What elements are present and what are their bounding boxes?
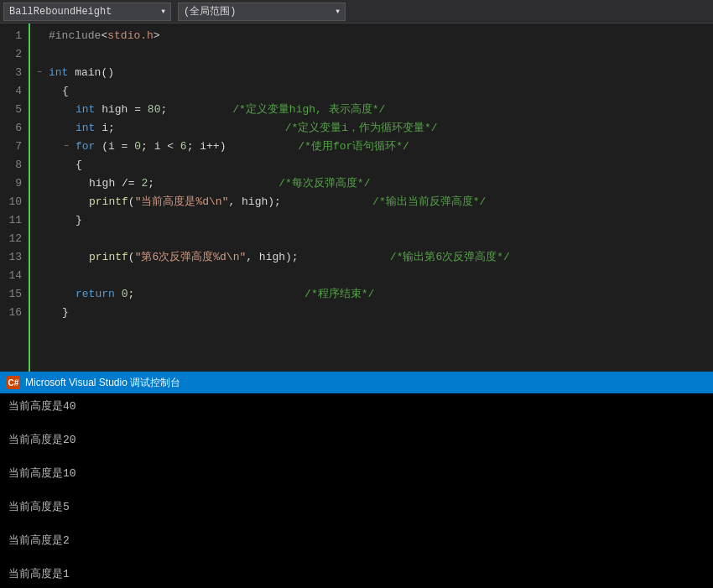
code-token-num: 2 (141, 174, 148, 193)
code-line: } (37, 304, 713, 322)
code-token-plain: ( (128, 193, 135, 211)
code-token-comment: /*定义变量i，作为循环变量*/ (115, 119, 438, 138)
code-token-plain: high /= (89, 174, 141, 193)
code-token-num: 0 (122, 285, 128, 304)
line-number: 6 (3, 119, 22, 138)
line-number: 8 (3, 156, 22, 174)
code-token-comment: /*程序结束*/ (134, 285, 374, 304)
code-line: −for (i = 0; i < 6; i++) /*使用for语句循环*/ (37, 138, 713, 156)
line-number: 7 (3, 138, 22, 156)
code-token-plain: main() (68, 64, 114, 82)
code-token-comment: /*定义变量high, 表示高度*/ (167, 101, 385, 119)
code-token-kw: return (75, 285, 115, 304)
code-token-num: 6 (180, 138, 187, 156)
console-line: 当前高度是5 (8, 499, 705, 516)
code-token-kw: int (49, 64, 68, 82)
code-token-comment: /*输出当前反弹高度*/ (281, 193, 486, 211)
code-token-plain: , high); (228, 193, 280, 211)
code-line: high /= 2; /*每次反弹高度*/ (37, 174, 713, 193)
code-line: return 0; /*程序结束*/ (37, 285, 713, 304)
line-number: 13 (3, 248, 22, 267)
code-line: { (37, 156, 713, 174)
code-token-plain: ; (160, 101, 167, 119)
code-token-plain: , high); (246, 248, 298, 267)
editor-area: 12345678910111213141516 #include<stdio.h… (0, 23, 713, 372)
code-line: { (37, 82, 713, 101)
line-number: 10 (3, 193, 22, 211)
code-token-fn: printf (89, 193, 128, 211)
fold-icon[interactable]: − (64, 138, 74, 156)
code-line: −int main() (37, 64, 713, 82)
console-line: 当前高度是40 (8, 398, 705, 415)
line-number: 2 (3, 45, 22, 64)
code-token-comment: /*输出第6次反弹高度*/ (299, 248, 510, 267)
console-header: C# Microsoft Visual Studio 调试控制台 (0, 372, 713, 393)
toolbar: BallReboundHeight ▼ (全局范围) ▼ (0, 0, 713, 23)
line-number: 1 (3, 27, 22, 45)
code-line: printf("第6次反弹高度%d\n", high); /*输出第6次反弹高度… (37, 248, 713, 267)
code-token-plain: > (154, 27, 160, 45)
code-token-plain: ( (128, 248, 135, 267)
line-number: 11 (3, 211, 22, 230)
function-dropdown[interactable]: BallReboundHeight ▼ (3, 3, 171, 21)
code-token-kw: for (75, 138, 95, 156)
console-line: 当前高度是1 (8, 566, 705, 583)
line-numbers: 12345678910111213141516 (0, 23, 30, 372)
code-token-comment: /*每次反弹高度*/ (154, 174, 370, 193)
code-line (37, 45, 713, 64)
line-number: 16 (3, 304, 22, 322)
console-line: 当前高度是10 (8, 466, 705, 482)
code-token-plain: high = (95, 101, 147, 119)
code-token-str: "第6次反弹高度%d\n" (135, 248, 247, 267)
fold-icon[interactable]: − (37, 64, 47, 82)
code-token-fn: printf (89, 248, 128, 267)
code-token-plain: { (75, 156, 82, 174)
code-token-kw: int (75, 101, 95, 119)
line-number: 15 (3, 285, 22, 304)
code-token-plain: ; (128, 285, 134, 304)
code-line: #include<stdio.h> (37, 27, 713, 45)
function-dropdown-label: BallReboundHeight (9, 6, 112, 18)
scope-dropdown-arrow: ▼ (329, 8, 340, 15)
line-number: 14 (3, 267, 22, 285)
code-token-plain: } (62, 304, 69, 322)
code-token-str: "当前高度是%d\n" (135, 193, 229, 211)
code-line (37, 230, 713, 248)
code-token-num: 0 (134, 138, 141, 156)
code-token-plain: (i = (95, 138, 134, 156)
scope-dropdown[interactable]: (全局范围) ▼ (178, 3, 346, 21)
scope-dropdown-label: (全局范围) (184, 4, 236, 18)
code-token-plain: } (75, 211, 82, 230)
console-line: 当前高度是2 (8, 533, 705, 549)
console-title: Microsoft Visual Studio 调试控制台 (25, 376, 180, 390)
code-line: } (37, 211, 713, 230)
line-number: 4 (3, 82, 22, 101)
code-token-plain: ; (148, 174, 154, 193)
code-token-plain: ; i < (141, 138, 180, 156)
line-number: 12 (3, 230, 22, 248)
code-token-include-file: stdio.h (107, 27, 154, 45)
console-icon: C# (7, 376, 20, 389)
line-number: 5 (3, 101, 22, 119)
code-line: int i; /*定义变量i，作为循环变量*/ (37, 119, 713, 138)
code-content[interactable]: #include<stdio.h>−int main(){int high = … (30, 23, 713, 372)
console-body[interactable]: 当前高度是40当前高度是20当前高度是10当前高度是5当前高度是2当前高度是1第… (0, 393, 713, 588)
line-number: 9 (3, 174, 22, 193)
code-token-plain: i; (95, 119, 114, 138)
code-token-kw: int (75, 119, 95, 138)
code-line: printf("当前高度是%d\n", high); /*输出当前反弹高度*/ (37, 193, 713, 211)
line-number: 3 (3, 64, 22, 82)
function-dropdown-arrow: ▼ (154, 8, 165, 15)
code-token-preprocessor: #include (49, 27, 101, 45)
code-token-plain: { (62, 82, 69, 101)
code-token-num: 80 (148, 101, 161, 119)
code-token-plain: < (101, 27, 107, 45)
code-line: int high = 80; /*定义变量high, 表示高度*/ (37, 101, 713, 119)
console-line: 当前高度是20 (8, 432, 705, 449)
code-token-plain: ; i++) (187, 138, 226, 156)
code-line (37, 267, 713, 285)
code-token-comment: /*使用for语句循环*/ (226, 138, 409, 156)
code-token-plain (115, 285, 122, 304)
